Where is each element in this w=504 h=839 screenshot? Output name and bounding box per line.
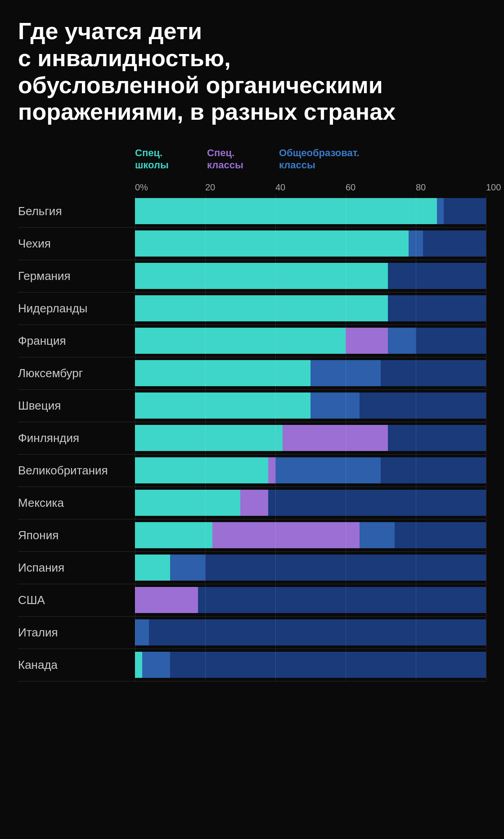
bar-group bbox=[135, 328, 486, 354]
country-label: Нидерланды bbox=[18, 293, 135, 325]
legend-item: Общеобразоват. классы bbox=[279, 147, 351, 171]
axis-label: 20 bbox=[205, 182, 215, 193]
bar-container bbox=[135, 552, 486, 584]
country-label: Чехия bbox=[18, 228, 135, 260]
bar-group bbox=[135, 360, 486, 386]
bar-blue bbox=[437, 198, 444, 224]
bar-container bbox=[135, 519, 486, 551]
bar-teal bbox=[135, 392, 310, 419]
bar-group bbox=[135, 522, 486, 548]
bar-teal bbox=[135, 198, 437, 224]
table-row: Люксембург bbox=[18, 357, 486, 390]
bar-blue bbox=[310, 392, 360, 419]
bar-group bbox=[135, 230, 486, 257]
bar-group bbox=[135, 198, 486, 224]
axis-label: 80 bbox=[416, 182, 426, 193]
page-title: Где учатся дети с инвалидностью, обуслов… bbox=[18, 18, 486, 126]
bar-group bbox=[135, 392, 486, 419]
country-label: Мексика bbox=[18, 487, 135, 519]
bar-group bbox=[135, 619, 486, 645]
bar-group bbox=[135, 457, 486, 483]
bar-darkblue bbox=[416, 328, 486, 354]
table-row: Чехия bbox=[18, 228, 486, 260]
bar-blue bbox=[142, 652, 170, 678]
axis-label: 0% bbox=[135, 182, 148, 193]
bar-container bbox=[135, 293, 486, 325]
bar-blue bbox=[360, 522, 395, 548]
bar-darkblue bbox=[198, 587, 486, 613]
country-label: Испания bbox=[18, 552, 135, 584]
axis-row: 0%20406080100 bbox=[135, 180, 486, 193]
bar-darkblue bbox=[170, 652, 486, 678]
bar-container bbox=[135, 649, 486, 681]
bar-teal bbox=[135, 555, 170, 581]
table-row: Бельгия bbox=[18, 195, 486, 228]
bar-teal bbox=[135, 652, 142, 678]
bar-teal bbox=[135, 295, 388, 321]
country-label: Великобритания bbox=[18, 455, 135, 487]
bar-group bbox=[135, 652, 486, 678]
country-label: Люксембург bbox=[18, 357, 135, 389]
bar-container bbox=[135, 325, 486, 357]
legend-item: Спец. школы bbox=[135, 147, 207, 171]
chart-area: 0%20406080100 БельгияЧехияГерманияНидерл… bbox=[18, 180, 486, 681]
bar-group bbox=[135, 555, 486, 581]
legend-item: Спец. классы bbox=[207, 147, 279, 171]
bar-container bbox=[135, 195, 486, 227]
bar-group bbox=[135, 490, 486, 516]
bar-container bbox=[135, 617, 486, 649]
bar-teal bbox=[135, 522, 212, 548]
table-row: Япония bbox=[18, 519, 486, 552]
bar-teal bbox=[135, 457, 268, 483]
bar-blue bbox=[275, 457, 381, 483]
bar-teal bbox=[135, 328, 346, 354]
bar-group bbox=[135, 295, 486, 321]
table-row: Нидерланды bbox=[18, 293, 486, 325]
country-label: Япония bbox=[18, 519, 135, 551]
bar-teal bbox=[135, 263, 388, 289]
bar-darkblue bbox=[388, 425, 486, 451]
bar-teal bbox=[135, 360, 310, 386]
bar-purple bbox=[268, 457, 275, 483]
bar-group bbox=[135, 587, 486, 613]
bar-purple bbox=[135, 587, 198, 613]
country-label: Бельгия bbox=[18, 195, 135, 227]
country-label: Италия bbox=[18, 617, 135, 649]
bar-darkblue bbox=[268, 490, 486, 516]
table-row: Италия bbox=[18, 617, 486, 649]
bar-group bbox=[135, 425, 486, 451]
bar-teal bbox=[135, 230, 409, 257]
country-label: Швеция bbox=[18, 390, 135, 422]
table-row: Великобритания bbox=[18, 455, 486, 487]
bar-teal bbox=[135, 490, 240, 516]
axis-label: 100 bbox=[486, 182, 501, 193]
axis-label: 60 bbox=[346, 182, 356, 193]
bar-darkblue bbox=[395, 522, 486, 548]
axis-label: 40 bbox=[275, 182, 285, 193]
table-row: Испания bbox=[18, 552, 486, 584]
table-row: США bbox=[18, 584, 486, 617]
table-row: Швеция bbox=[18, 390, 486, 422]
table-row: Франция bbox=[18, 325, 486, 357]
table-row: Финляндия bbox=[18, 422, 486, 455]
bar-darkblue bbox=[381, 360, 486, 386]
bar-darkblue bbox=[423, 230, 486, 257]
bar-blue bbox=[310, 360, 381, 386]
bar-blue bbox=[388, 328, 416, 354]
bar-darkblue bbox=[149, 619, 486, 645]
table-row: Германия bbox=[18, 260, 486, 293]
bar-blue bbox=[409, 230, 423, 257]
bar-blue bbox=[135, 619, 149, 645]
bar-darkblue bbox=[360, 392, 486, 419]
bar-container bbox=[135, 487, 486, 519]
bar-container bbox=[135, 228, 486, 260]
bar-purple bbox=[240, 490, 268, 516]
bar-container bbox=[135, 584, 486, 616]
country-label: Канада bbox=[18, 649, 135, 681]
country-label: Франция bbox=[18, 325, 135, 357]
bar-purple bbox=[212, 522, 360, 548]
bar-container bbox=[135, 390, 486, 422]
bar-purple bbox=[283, 425, 388, 451]
bar-group bbox=[135, 263, 486, 289]
bar-blue bbox=[170, 555, 205, 581]
